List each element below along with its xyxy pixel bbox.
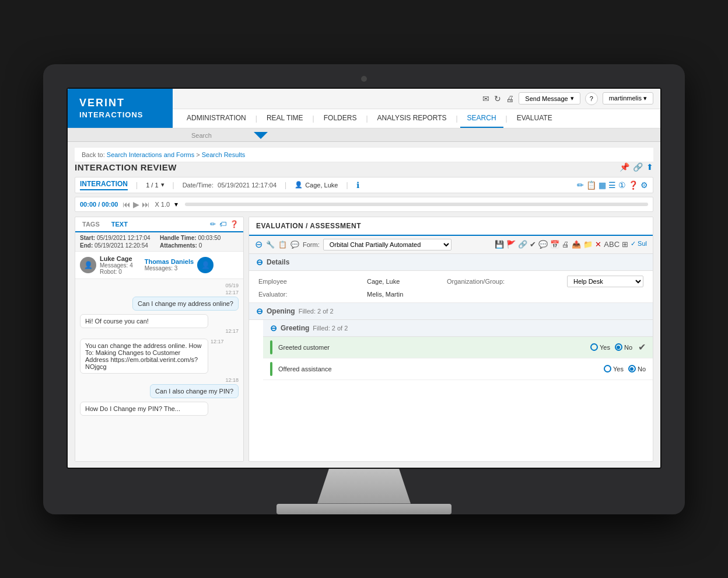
nav-dropdown-arrow xyxy=(254,132,268,139)
nav-sep-5: | xyxy=(505,114,509,123)
radio-group-offered: Yes No xyxy=(604,365,646,372)
nav-evaluate[interactable]: EVALUATE xyxy=(510,109,559,128)
page-title-actions: 📌 🔗 ⬆ xyxy=(620,162,653,172)
details-section-header[interactable]: ⊖ Details xyxy=(249,254,653,271)
eval-x-icon[interactable]: ✕ xyxy=(595,240,601,249)
breadcrumb-sep: > xyxy=(196,151,201,158)
msg-time-3: 12:17 xyxy=(211,339,224,344)
eval-save-icon[interactable]: 💾 xyxy=(495,240,504,249)
eval-icon3[interactable]: 💬 xyxy=(290,241,299,249)
page-title-bar: INTERACTION REVIEW 📌 🔗 ⬆ xyxy=(75,162,653,172)
opening-section-header[interactable]: ⊖ Opening Filled: 2 of 2 xyxy=(249,303,653,320)
interaction-label: INTERACTION xyxy=(80,180,128,190)
sub-nav-search[interactable]: Search xyxy=(184,130,219,141)
table-icon[interactable]: ☰ xyxy=(608,180,616,190)
eval-folder-icon[interactable]: 📁 xyxy=(583,240,593,249)
participant-luke-robot: Robot: 0 xyxy=(100,269,133,275)
greeting-subsection: ⊖ Greeting Filled: 2 of 2 Greeted custom… xyxy=(249,320,653,380)
speed-dropdown[interactable]: ▾ xyxy=(174,200,178,208)
nav-realtime[interactable]: REAL TIME xyxy=(260,109,310,128)
monitor-base xyxy=(276,504,452,514)
greeting-section-header[interactable]: ⊖ Greeting Filled: 2 of 2 xyxy=(263,320,653,337)
eval-link2-icon[interactable]: 🔗 xyxy=(518,240,527,249)
breadcrumb-link2[interactable]: Search Results xyxy=(202,151,246,158)
eval-icon1[interactable]: 🔧 xyxy=(266,241,275,249)
eval-print2-icon[interactable]: 🖨 xyxy=(562,240,569,249)
user-label: 👤 Cage, Luke xyxy=(295,181,338,189)
play-icon[interactable]: ▶ xyxy=(133,200,139,209)
eval-panel: EVALUATION / ASSESSMENT ⊖ 🔧 📋 💬 Form: Or… xyxy=(249,217,653,462)
tab-text[interactable]: TEXT xyxy=(109,217,130,232)
radio-circle-yes-greeted[interactable] xyxy=(590,343,598,351)
eval-spell-icon[interactable]: ABC xyxy=(604,240,620,249)
opening-filled: Filled: 2 of 2 xyxy=(299,308,334,315)
main-two-col: TAGS TEXT ✏ 🏷 ❓ Start: 05/19/2021 12:17:… xyxy=(75,217,653,462)
eval-grid2-icon[interactable]: ⊞ xyxy=(622,240,628,249)
radio-no-offered[interactable]: No xyxy=(628,365,646,372)
radio-no-greeted[interactable]: No xyxy=(615,343,632,351)
grid-icon[interactable]: ▦ xyxy=(598,180,606,190)
user-menu-button[interactable]: martinmelis ▾ xyxy=(603,92,653,105)
email-icon[interactable]: ✉ xyxy=(482,94,489,103)
attachments-label: Attachments: 0 xyxy=(160,242,239,249)
monitor-shell: VERINT INTERACTIONS ✉ ↻ 🖨 Send Message ▾… xyxy=(43,64,685,514)
eval-submit-label[interactable]: ✓ Sul xyxy=(631,240,647,249)
question-icon[interactable]: ❓ xyxy=(230,220,239,228)
link-icon[interactable]: 🔗 xyxy=(633,162,643,172)
nav-folders[interactable]: FOLDERS xyxy=(317,109,364,128)
checkmark-greeted[interactable]: ✔ xyxy=(638,342,646,353)
radio-yes-greeted[interactable]: Yes xyxy=(590,343,610,351)
radio-yes-offered[interactable]: Yes xyxy=(604,365,624,372)
radio-circle-no-greeted[interactable] xyxy=(615,343,622,351)
eval-chat-icon[interactable]: 💬 xyxy=(538,240,548,249)
play-prev-icon[interactable]: ⏮ xyxy=(123,200,131,209)
msg-time-2: 12:17 xyxy=(225,328,239,334)
participant-thomas-name: Thomas Daniels xyxy=(145,258,194,265)
refresh-icon[interactable]: ↻ xyxy=(494,94,501,103)
message-2: Hi! Of course you can! 12:17 xyxy=(80,314,239,335)
settings-icon[interactable]: ⚙ xyxy=(640,180,648,190)
eval-icon2[interactable]: 📋 xyxy=(278,241,287,249)
view-icon[interactable]: 📋 xyxy=(586,180,596,190)
question-bar-greeted xyxy=(270,340,272,354)
question-offered: Offered assistance Yes No xyxy=(263,358,653,380)
greeting-toggle-icon[interactable]: ⊖ xyxy=(270,323,277,333)
radio-circle-yes-offered[interactable] xyxy=(604,365,611,372)
nav-search[interactable]: SEARCH xyxy=(460,109,503,128)
interaction-toolbar: INTERACTION | 1 / 1 ▾ | Date/Time: 05/19… xyxy=(75,177,653,193)
opening-toggle-icon[interactable]: ⊖ xyxy=(256,307,263,316)
tag-icon[interactable]: 🏷 xyxy=(219,220,226,228)
help2-icon[interactable]: ❓ xyxy=(628,180,638,190)
help-button[interactable]: ? xyxy=(585,92,598,105)
pin-icon[interactable]: 📌 xyxy=(620,162,629,172)
export-icon[interactable]: ⬆ xyxy=(646,162,653,172)
org-select[interactable]: Help Desk xyxy=(567,276,643,287)
nav-analysis[interactable]: ANALYSIS REPORTS xyxy=(370,109,454,128)
info-icon[interactable]: ℹ xyxy=(356,180,359,190)
eval-share-icon[interactable]: 📤 xyxy=(572,240,581,249)
print-icon[interactable]: 🖨 xyxy=(506,94,514,103)
nav-arrow-down[interactable]: ▾ xyxy=(161,181,164,189)
msg-bubble-4: Can I also change my PIN? xyxy=(150,384,239,398)
breadcrumb-link1[interactable]: Search Interactions and Forms xyxy=(107,151,194,158)
play-next-icon[interactable]: ⏭ xyxy=(142,200,150,209)
breadcrumb-back-label: Back to: xyxy=(82,151,105,158)
pencil-icon[interactable]: ✏ xyxy=(210,220,216,228)
question-greeted: Greeted customer Yes No xyxy=(263,337,653,358)
eval-flag-icon[interactable]: 🚩 xyxy=(506,240,516,249)
details-toggle-icon[interactable]: ⊖ xyxy=(256,257,263,267)
audio-progress-bar[interactable] xyxy=(185,203,648,206)
chat-participants: 👤 Luke Cage Messages: 4 Robot: 0 xyxy=(75,252,243,279)
nav-administration[interactable]: ADMINISTRATION xyxy=(180,109,253,128)
avatar-thomas: 👤 xyxy=(197,257,214,273)
send-message-button[interactable]: Send Message ▾ xyxy=(519,92,580,105)
radio-circle-no-offered[interactable] xyxy=(628,365,636,372)
edit-icon[interactable]: ✏ xyxy=(577,180,584,190)
eval-minus-icon[interactable]: ⊖ xyxy=(255,239,262,250)
eval-check-icon[interactable]: ✔ xyxy=(530,240,536,249)
form-select[interactable]: Orbital Chat Partially Automated xyxy=(323,239,452,250)
count-icon[interactable]: ① xyxy=(618,180,626,190)
interaction-toolbar-right: ✏ 📋 ▦ ☰ ① ❓ ⚙ xyxy=(577,180,648,190)
tab-tags[interactable]: TAGS xyxy=(80,217,102,231)
eval-calendar-icon[interactable]: 📅 xyxy=(550,240,559,249)
